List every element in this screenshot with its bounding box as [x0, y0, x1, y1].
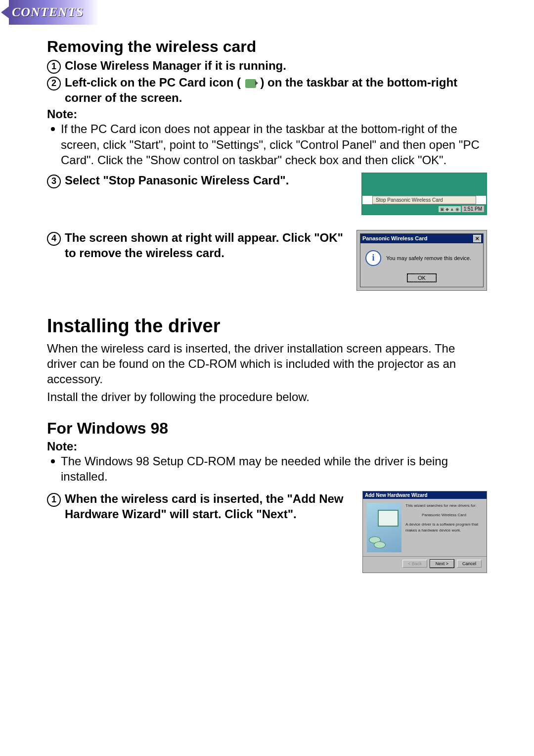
taskbar-green-area [362, 174, 486, 196]
taskbar-tray: ▣ ◆ ▲ ◉ 1:51 PM [362, 204, 486, 214]
install-para2: Install the driver by following the proc… [47, 389, 487, 404]
dialog-title-text: Panasonic Wireless Card [362, 235, 427, 241]
note-text: The Windows 98 Setup CD-ROM may be neede… [61, 453, 487, 484]
tray-icons: ▣ ◆ ▲ ◉ [439, 206, 461, 212]
next-button: Next > [430, 560, 454, 568]
step3-textcol: 3 Select "Stop Panasonic Wireless Card". [47, 173, 352, 215]
close-icon: ✕ [473, 235, 481, 242]
wizard-device: Panasonic Wireless Card [405, 512, 483, 518]
step-number-icon: 1 [47, 60, 61, 74]
step3-row: 3 Select "Stop Panasonic Wireless Card".… [47, 173, 487, 215]
step-text: When the wireless card is inserted, the … [65, 491, 353, 522]
note-text: If the PC Card icon does not appear in t… [61, 121, 487, 168]
contents-label: CONTENTS [12, 5, 84, 20]
info-icon: i [365, 250, 381, 266]
back-button: < Back [402, 560, 427, 568]
bullet-icon [51, 127, 55, 131]
dialog-message: You may safely remove this device. [386, 255, 471, 261]
subheading-win98: For Windows 98 [47, 419, 487, 438]
tray-clock: 1:51 PM [462, 206, 484, 212]
step4-row: 4 The screen shown at right will appear.… [47, 230, 487, 291]
document-page: CONTENTS Removing the wireless card 1 Cl… [0, 0, 534, 756]
step-number-icon: 3 [47, 175, 61, 188]
bullet-icon [51, 459, 55, 463]
note-bullet: The Windows 98 Setup CD-ROM may be neede… [51, 453, 487, 484]
step2-part-a: Left-click on the PC Card icon ( [65, 76, 241, 89]
wizard-text: This wizard searches for new drivers for… [405, 503, 483, 552]
taskbar-menu-item: Stop Panasonic Wireless Card [372, 196, 476, 204]
wizard-body: This wizard searches for new drivers for… [363, 499, 487, 556]
figure-dialog: Panasonic Wireless Card ✕ i You may safe… [356, 230, 487, 291]
cd-icon [374, 541, 386, 548]
contents-tab-bg: CONTENTS [9, 0, 99, 25]
step-2: 2 Left-click on the PC Card icon ( ) on … [47, 75, 487, 105]
wizard-button-row: < Back Next > Cancel [363, 556, 487, 573]
page-body: Removing the wireless card 1 Close Wirel… [0, 25, 534, 573]
tray-icon: ◉ [455, 207, 459, 212]
step-text: The screen shown at right will appear. C… [65, 230, 347, 261]
note-label: Note: [47, 107, 487, 121]
figure-wizard: Add New Hardware Wizard This wizard sear… [362, 491, 487, 573]
tray-icon: ▣ [440, 207, 445, 212]
contents-tab[interactable]: CONTENTS [0, 0, 99, 25]
step-3: 3 Select "Stop Panasonic Wireless Card". [47, 173, 352, 188]
step-text: Select "Stop Panasonic Wireless Card". [65, 173, 289, 188]
wizard-line1: This wizard searches for new drivers for… [405, 503, 483, 508]
dialog-body: i You may safely remove this device. [360, 243, 483, 273]
tray-icon: ◆ [445, 207, 449, 212]
dialog-window: Panasonic Wireless Card ✕ i You may safe… [360, 233, 484, 287]
note-label: Note: [47, 440, 487, 453]
install-step1-row: 1 When the wireless card is inserted, th… [47, 491, 487, 573]
step-number-icon: 1 [47, 493, 61, 507]
dialog-button-row: OK [360, 273, 483, 287]
tray-icon: ▲ [450, 207, 454, 212]
step-text: Close Wireless Manager if it is running. [65, 58, 286, 73]
install-step-1: 1 When the wireless card is inserted, th… [47, 491, 353, 522]
figure-taskbar: Stop Panasonic Wireless Card ▣ ◆ ▲ ◉ 1:5… [361, 173, 487, 215]
heading-installing: Installing the driver [47, 315, 487, 337]
install-para1: When the wireless card is inserted, the … [47, 341, 487, 387]
dialog-titlebar: Panasonic Wireless Card ✕ [360, 234, 483, 243]
cancel-button: Cancel [457, 560, 482, 568]
pc-card-icon [245, 79, 256, 88]
wizard-titlebar: Add New Hardware Wizard [363, 491, 487, 499]
step-1: 1 Close Wireless Manager if it is runnin… [47, 58, 487, 74]
ok-button: OK [407, 274, 436, 282]
step-text: Left-click on the PC Card icon ( ) on th… [65, 75, 487, 105]
step-4: 4 The screen shown at right will appear.… [47, 230, 347, 261]
heading-removing: Removing the wireless card [47, 38, 487, 56]
step-number-icon: 4 [47, 232, 61, 246]
wizard-graphic [367, 503, 401, 552]
back-arrow-icon [1, 6, 9, 18]
wizard-line2: A device driver is a software program th… [405, 522, 483, 533]
monitor-icon [378, 510, 399, 527]
step-number-icon: 2 [47, 77, 61, 90]
install-step1-textcol: 1 When the wireless card is inserted, th… [47, 491, 353, 573]
note-bullet: If the PC Card icon does not appear in t… [51, 121, 487, 168]
step4-textcol: 4 The screen shown at right will appear.… [47, 230, 347, 291]
